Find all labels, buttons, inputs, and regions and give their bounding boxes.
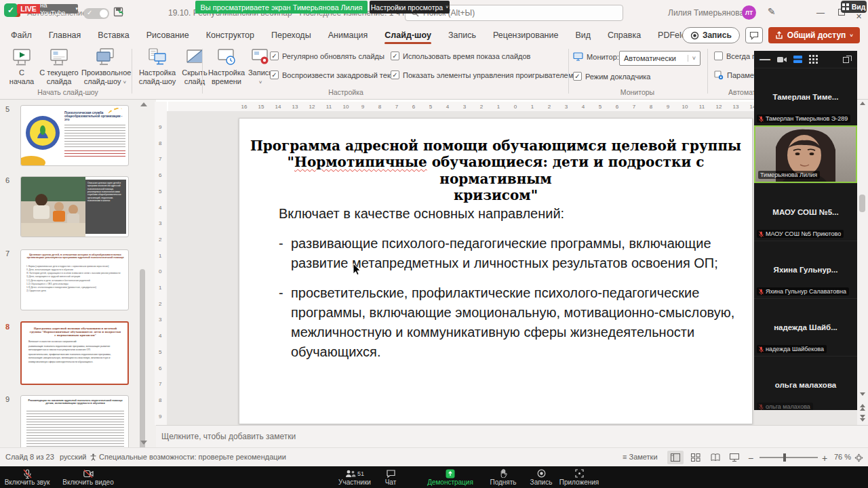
zoom-percentage[interactable]: 76 % bbox=[834, 453, 851, 461]
raise-hand-button[interactable]: Поднять руку bbox=[483, 468, 524, 488]
scroll-down-icon[interactable] bbox=[860, 392, 865, 396]
slide-body-text[interactable]: Включает в качестве основных направлений… bbox=[279, 204, 747, 362]
group-label-start-slideshow: Начать слайд-шоу bbox=[20, 88, 115, 96]
scrollbar-thumb[interactable] bbox=[859, 195, 865, 212]
save-icon[interactable] bbox=[113, 7, 124, 18]
view-settings-button[interactable]: Настройки просмотра˅ bbox=[370, 1, 450, 14]
rehearse-timings-button[interactable]: Настройка времени bbox=[206, 47, 247, 85]
menu-tab-file[interactable]: Файл bbox=[11, 30, 32, 40]
apps-icon bbox=[575, 469, 584, 478]
menu-tab-animations[interactable]: Анимация bbox=[328, 30, 368, 40]
checkbox-presenter-view[interactable]: ✓Режим докладчика bbox=[573, 72, 650, 81]
reading-view-button[interactable] bbox=[707, 451, 724, 464]
slide-thumbnail-7[interactable]: Целевые группы детей, в отношении которы… bbox=[20, 249, 129, 310]
zoom-slider-thumb[interactable] bbox=[783, 453, 786, 462]
popout-icon[interactable] bbox=[843, 56, 852, 63]
live-platform-badge[interactable]: на YouTube▾ bbox=[40, 4, 78, 14]
minimize-button[interactable]: — bbox=[816, 8, 825, 18]
normal-view-button[interactable] bbox=[667, 451, 684, 464]
comment-icon bbox=[749, 31, 759, 40]
meeting-record-button[interactable]: Запись bbox=[525, 468, 557, 486]
monitor-dropdown[interactable]: Автоматически˅ bbox=[619, 51, 701, 66]
notes-pane[interactable]: Щелкните, чтобы добавить заметки bbox=[156, 425, 868, 447]
checkbox-keep-slides-updated[interactable]: ✓Регулярно обновлять слайды bbox=[270, 52, 384, 60]
panel-minimize-icon[interactable]: — bbox=[760, 54, 770, 66]
participant-tile[interactable]: Тамерлан Тиме... Тамерлан Тимерьянов Э-2… bbox=[754, 68, 857, 125]
thumb-scroll-up-icon[interactable] bbox=[140, 102, 147, 106]
menu-tab-record[interactable]: Запись bbox=[448, 30, 476, 40]
zoom-slider[interactable] bbox=[760, 457, 818, 458]
menu-tab-review[interactable]: Рецензирование bbox=[493, 30, 559, 40]
zoom-security-icon[interactable]: ✓ bbox=[4, 3, 18, 17]
close-button[interactable]: ✕ bbox=[856, 12, 862, 21]
participants-button[interactable]: 51 Участники bbox=[331, 468, 378, 486]
apps-button[interactable]: Приложения bbox=[557, 468, 601, 486]
fit-to-window-button[interactable] bbox=[850, 451, 867, 464]
menu-tab-slideshow[interactable]: Слайд-шоу bbox=[384, 30, 431, 40]
start-video-button[interactable]: Включить видео bbox=[62, 468, 114, 486]
participant-tile[interactable]: МАОУ СОШ №5... МАОУ СОШ №5 Приютово bbox=[754, 183, 857, 241]
menu-tab-view[interactable]: Вид bbox=[575, 30, 591, 40]
unmute-button[interactable]: Включить звук bbox=[4, 468, 50, 486]
slide-thumbnail-6[interactable]: Описание целевых групп детей и программ … bbox=[20, 176, 129, 237]
previous-slide-icon2[interactable] bbox=[860, 407, 865, 411]
checkbox-show-media-controls[interactable]: ✓Показать элементы управления проигрыват… bbox=[391, 70, 573, 79]
participant-tile[interactable]: ольга малахова ольга малахова ⌄ bbox=[754, 356, 857, 410]
slide-thumbnail-5[interactable]: Психологическая служба общеобразовательн… bbox=[20, 105, 129, 166]
gallery-view-icon[interactable] bbox=[809, 55, 818, 64]
slide-sorter-view-button[interactable] bbox=[688, 451, 704, 464]
slide-thumbnail-8-selected[interactable]: Программа адресной помощи обучающимся це… bbox=[20, 321, 129, 385]
from-current-slide-button[interactable]: С текущего слайда bbox=[38, 47, 80, 85]
slideshow-view-button[interactable] bbox=[726, 451, 743, 464]
psychology-service-logo bbox=[25, 115, 60, 150]
avatar[interactable]: ЛТ bbox=[742, 5, 756, 20]
slideshow-view-icon bbox=[730, 453, 739, 462]
menu-tab-help[interactable]: Справка bbox=[608, 30, 641, 40]
record-button[interactable]: Запись bbox=[682, 27, 740, 43]
from-beginning-button[interactable]: С начала bbox=[7, 47, 37, 85]
checkbox-play-narrations[interactable]: ✓Воспроизвести закадровый текст bbox=[270, 70, 397, 79]
thumbnail-scrollbar[interactable] bbox=[140, 269, 145, 447]
thumb-scroll-down-icon[interactable] bbox=[140, 441, 147, 445]
scroll-up-icon[interactable] bbox=[860, 102, 865, 105]
hide-slide-button[interactable]: Скрыть слайд bbox=[180, 47, 209, 85]
menu-tab-draw[interactable]: Рисование bbox=[146, 30, 189, 40]
checkbox-use-timings[interactable]: ✓Использовать время показа слайдов bbox=[391, 52, 530, 60]
speaker-view-icon[interactable] bbox=[793, 56, 802, 63]
slide-sorter-icon bbox=[691, 453, 701, 462]
slide-title[interactable]: Программа адресной помощи обучающимся це… bbox=[248, 138, 744, 204]
language-indicator[interactable]: русский bbox=[60, 453, 86, 461]
menu-tab-home[interactable]: Главная bbox=[49, 30, 81, 40]
notes-toggle-button[interactable]: ≡ Заметки bbox=[623, 453, 658, 461]
participant-tile-video-active[interactable]: Тимерьянова Лилия bbox=[754, 125, 857, 183]
menu-tab-transitions[interactable]: Переходы bbox=[271, 30, 311, 40]
participant-tile[interactable]: надежда Шайб... надежда Шайбекова bbox=[754, 298, 857, 356]
chat-button[interactable]: Чат bbox=[377, 468, 404, 486]
panel-collapse-chevron-icon[interactable]: ⌄ bbox=[802, 406, 809, 410]
main-vertical-scrollbar[interactable] bbox=[857, 100, 868, 425]
participant-tile[interactable]: Яхина Гульнур... Яхина Гульнур Салаватов… bbox=[754, 241, 857, 298]
accessibility-status[interactable]: Специальные возможности: проверьте реком… bbox=[90, 453, 286, 461]
zoom-view-button[interactable]: Вид bbox=[841, 1, 867, 13]
comments-button[interactable] bbox=[745, 27, 763, 43]
menu-tab-design[interactable]: Конструктор bbox=[206, 30, 254, 40]
zoom-in-button[interactable]: + bbox=[822, 453, 827, 464]
share-screen-button[interactable]: Демонстрация экрана bbox=[416, 468, 484, 488]
next-slide-icon2[interactable] bbox=[860, 418, 865, 422]
pen-icon[interactable]: ✎ bbox=[768, 6, 776, 17]
account-name[interactable]: Лилия Тимерьянова bbox=[668, 8, 744, 18]
slide-editor[interactable]: Программа адресной помощи обучающимся це… bbox=[239, 118, 753, 424]
hruler-tick-label: 9 bbox=[361, 104, 364, 110]
slide-thumbnail-9[interactable]: Рекомендации по оказанию адресной психол… bbox=[20, 395, 129, 447]
slide-counter[interactable]: Слайд 8 из 23 bbox=[5, 453, 54, 461]
autosave-toggle[interactable]: ✓ bbox=[83, 8, 109, 19]
video-view-icon[interactable] bbox=[777, 56, 787, 63]
check-icon: ✓ bbox=[87, 9, 92, 16]
zoom-out-button[interactable]: − bbox=[748, 453, 753, 464]
menu-tab-insert[interactable]: Вставка bbox=[98, 30, 129, 40]
hruler-tick-label: 12 bbox=[716, 104, 722, 110]
share-button[interactable]: Общий доступ ˅ bbox=[768, 27, 860, 43]
custom-slideshow-button[interactable]: Произвольное слайд-шоу ˅ bbox=[81, 47, 129, 85]
vruler-tick-label: 3 bbox=[159, 220, 161, 226]
setup-slideshow-button[interactable]: Настройка слайд-шоу bbox=[136, 47, 179, 85]
